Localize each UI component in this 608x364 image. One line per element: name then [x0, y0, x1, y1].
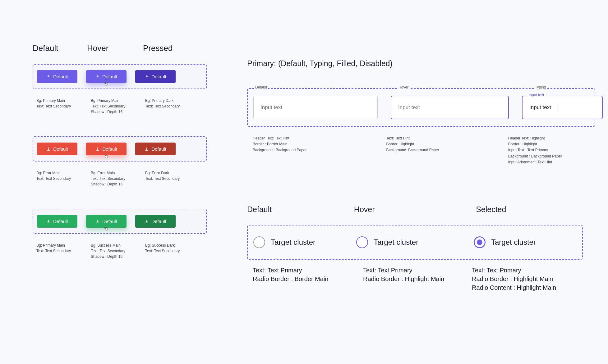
primary-button-row: Default Default Default	[33, 64, 207, 89]
radio-selected[interactable]: Target cluster	[474, 236, 577, 248]
download-icon	[46, 147, 51, 151]
input-floating-label: Input text	[527, 93, 546, 97]
error-pressed-button[interactable]: Default	[135, 143, 176, 155]
spec-input-default: Header Text: Text Hint Border : Border M…	[253, 135, 386, 165]
button-label: Default	[151, 146, 166, 152]
input-label-hover: Hover	[397, 85, 410, 89]
button-label: Default	[53, 74, 68, 79]
text-input-typing[interactable]	[522, 96, 603, 119]
spec-radio-selected: Text: Text Primary Radio Border : Highli…	[472, 266, 582, 292]
success-hover-button[interactable]: Default	[86, 215, 127, 228]
spec-input-typing: Header Text: Highlight Border : Highligh…	[508, 135, 595, 165]
radio-state-headers: Default Hover Selected	[247, 205, 583, 214]
download-icon	[46, 75, 51, 79]
button-label: Default	[102, 219, 117, 224]
primary-spec-row: Bg: Primary Main Text: Text Secondary Bg…	[33, 98, 207, 115]
download-icon	[95, 147, 100, 151]
button-label: Default	[102, 146, 117, 152]
input-hover-wrap	[391, 96, 509, 119]
input-default-wrap	[253, 96, 378, 119]
radio-dot-icon	[477, 239, 482, 245]
text-input-default[interactable]	[253, 96, 378, 119]
buttons-panel: Default Hover Pressed Default Default De…	[33, 43, 207, 259]
button-label: Default	[53, 146, 68, 152]
success-button-row: Default Default Default	[33, 209, 207, 234]
primary-default-button[interactable]: Default	[37, 70, 77, 83]
radio-row: Target cluster Target cluster Target clu…	[247, 225, 583, 260]
text-input-hover[interactable]	[391, 96, 509, 119]
download-icon	[145, 75, 149, 79]
error-hover-button[interactable]: Default	[86, 143, 127, 155]
success-pressed-button[interactable]: Default	[135, 215, 176, 228]
spec-error-default: Bg: Error Main Text: Text Secondary	[36, 170, 91, 187]
radio-label: Target cluster	[271, 238, 316, 247]
input-row: Input text	[247, 88, 595, 127]
button-label: Default	[151, 219, 166, 224]
radio-spec-row: Text: Text Primary Radio Border : Border…	[247, 266, 583, 292]
spec-input-hover: Text: Text Hint Border: Highlight Backgr…	[386, 135, 508, 165]
spec-radio-hover: Text: Text Primary Radio Border : Highli…	[346, 266, 472, 292]
download-icon	[95, 75, 100, 79]
radio-default[interactable]: Target cluster	[253, 236, 356, 248]
success-spec-row: Bg: Primary Main Text: Text Secondary Bg…	[33, 243, 207, 259]
pointer-cursor-icon	[104, 154, 108, 159]
primary-pressed-button[interactable]: Default	[135, 70, 176, 83]
button-label: Default	[102, 74, 117, 79]
radio-panel: Default Hover Selected Target cluster Ta…	[247, 205, 583, 292]
spec-primary-default: Bg: Primary Main Text: Text Secondary	[36, 98, 91, 115]
radio-label: Target cluster	[491, 238, 536, 247]
error-spec-row: Bg: Error Main Text: Text Secondary Bg: …	[33, 170, 207, 187]
download-icon	[46, 219, 51, 224]
input-state-labels: Default Hover Typing	[247, 85, 595, 91]
spec-success-pressed: Bg: Success Dark Text: Text Secondary	[145, 243, 200, 259]
success-default-button[interactable]: Default	[37, 215, 77, 228]
error-button-row: Default Default Default	[33, 136, 207, 162]
spec-success-hover: Bg: Success Main Text: Text Secondary Sh…	[91, 243, 145, 259]
input-label-default: Default	[254, 85, 268, 89]
primary-hover-button[interactable]: Default	[86, 70, 127, 83]
header-default: Default	[33, 43, 87, 53]
spec-primary-pressed: Bg: Primary Dark Text: Text Secondary	[145, 98, 200, 115]
download-icon	[145, 147, 149, 151]
input-label-typing: Typing	[534, 85, 547, 89]
spec-radio-default: Text: Text Primary Radio Border : Border…	[253, 266, 346, 292]
header-hover: Hover	[87, 43, 141, 53]
button-label: Default	[53, 219, 68, 224]
button-state-headers: Default Hover Pressed	[33, 43, 207, 53]
error-default-button[interactable]: Default	[37, 143, 77, 155]
button-label: Default	[151, 74, 166, 79]
radio-hover[interactable]: Target cluster	[356, 236, 474, 248]
inputs-section-title: Primary: (Default, Typing, Filled, Disab…	[247, 59, 595, 68]
spec-error-pressed: Bg: Error Dark Text: Text Secondary	[145, 170, 200, 187]
spec-success-default: Bg: Primary Main Text: Text Secondary	[36, 243, 91, 259]
download-icon	[95, 219, 100, 224]
spec-primary-hover: Bg: Primary Main Text: Text Secondary Sh…	[91, 98, 145, 115]
radio-header-selected: Selected	[476, 205, 583, 214]
header-pressed: Pressed	[143, 43, 197, 53]
spec-error-hover: Bg: Error Main Text: Text Secondary Shad…	[91, 170, 145, 187]
radio-label: Target cluster	[374, 238, 418, 247]
download-icon	[145, 219, 149, 224]
radio-circle-icon	[253, 236, 265, 248]
pointer-cursor-icon	[104, 227, 108, 231]
text-cursor-icon	[557, 104, 557, 111]
input-typing-wrap: Input text	[522, 96, 603, 119]
pointer-cursor-icon	[104, 82, 108, 86]
radio-header-hover: Hover	[354, 205, 476, 214]
radio-header-default: Default	[247, 205, 354, 214]
input-spec-row: Header Text: Text Hint Border : Border M…	[247, 135, 595, 165]
radio-circle-icon	[474, 236, 486, 248]
radio-circle-icon	[356, 236, 368, 248]
inputs-panel: Primary: (Default, Typing, Filled, Disab…	[247, 59, 595, 165]
